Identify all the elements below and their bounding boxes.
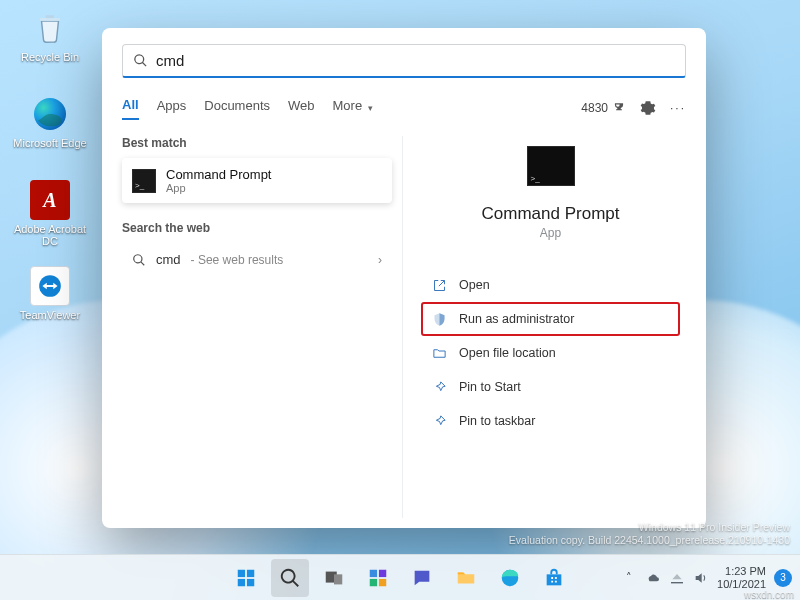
- recycle-bin-icon: [30, 8, 70, 48]
- widgets-icon: [367, 567, 389, 589]
- preview-actions: Open Run as administrator Open file loca…: [421, 268, 680, 438]
- search-icon: [279, 567, 301, 589]
- taskbar-search-button[interactable]: [271, 559, 309, 597]
- open-icon: [431, 277, 447, 293]
- command-prompt-icon: [132, 169, 156, 193]
- search-options-button[interactable]: [640, 100, 656, 116]
- search-icon: [133, 53, 148, 68]
- folder-icon: [455, 567, 477, 589]
- search-header-actions: 4830 ···: [581, 100, 686, 116]
- notification-center-button[interactable]: 3: [774, 569, 792, 587]
- svg-rect-4: [238, 578, 245, 585]
- preview-app-icon: [527, 146, 575, 186]
- shield-icon: [431, 311, 447, 327]
- action-pin-to-taskbar[interactable]: Pin to taskbar: [421, 404, 680, 438]
- action-open[interactable]: Open: [421, 268, 680, 302]
- preview-subtitle: App: [540, 226, 561, 240]
- svg-rect-11: [379, 578, 386, 585]
- tab-documents[interactable]: Documents: [204, 98, 270, 119]
- svg-rect-3: [247, 569, 254, 576]
- onedrive-icon[interactable]: [645, 570, 661, 586]
- search-input[interactable]: [156, 52, 675, 69]
- pin-icon: [431, 379, 447, 395]
- desktop-icon-label: Adobe Acrobat DC: [8, 223, 92, 247]
- more-options-button[interactable]: ···: [670, 101, 686, 115]
- search-box[interactable]: [122, 44, 686, 78]
- result-command-prompt[interactable]: Command Prompt App: [122, 158, 392, 203]
- best-match-label: Best match: [122, 136, 392, 150]
- search-tabs: All Apps Documents Web More ▾ 4830 ···: [122, 94, 686, 122]
- action-run-as-administrator[interactable]: Run as administrator: [421, 302, 680, 336]
- edge-icon: [30, 94, 70, 134]
- tab-all[interactable]: All: [122, 97, 139, 120]
- desktop-icons: Recycle Bin Microsoft Edge A Adobe Acrob…: [8, 8, 92, 338]
- result-title: Command Prompt: [166, 167, 271, 182]
- file-explorer-button[interactable]: [447, 559, 485, 597]
- teamviewer-icon: [30, 266, 70, 306]
- windows-watermark: Windows 11 Pro Insider Preview Evaluatio…: [509, 521, 790, 548]
- pin-icon: [431, 413, 447, 429]
- edge-button[interactable]: [491, 559, 529, 597]
- web-result-cmd[interactable]: cmd - See web results ›: [122, 243, 392, 276]
- web-result-term: cmd: [156, 252, 181, 267]
- task-view-icon: [323, 567, 345, 589]
- folder-icon: [431, 345, 447, 361]
- desktop-icon-adobe[interactable]: A Adobe Acrobat DC: [8, 180, 92, 252]
- system-tray: ˄ 1:23 PM 10/1/2021 3: [621, 565, 792, 590]
- desktop-icon-edge[interactable]: Microsoft Edge: [8, 94, 92, 166]
- search-icon: [132, 253, 146, 267]
- desktop-icon-label: TeamViewer: [20, 309, 80, 321]
- preview-column: Command Prompt App Open Run as administr…: [402, 136, 686, 518]
- svg-rect-8: [370, 569, 377, 576]
- svg-rect-9: [379, 569, 386, 576]
- taskbar: ˄ 1:23 PM 10/1/2021 3: [0, 554, 800, 600]
- tab-more[interactable]: More: [333, 98, 363, 119]
- results-column: Best match Command Prompt App Search the…: [122, 136, 392, 518]
- chat-icon: [411, 567, 433, 589]
- tab-web[interactable]: Web: [288, 98, 315, 119]
- tray-overflow-button[interactable]: ˄: [621, 570, 637, 586]
- search-panel: All Apps Documents Web More ▾ 4830 ··· B…: [102, 28, 706, 528]
- svg-rect-2: [238, 569, 245, 576]
- edge-icon: [499, 567, 521, 589]
- adobe-icon: A: [30, 180, 70, 220]
- chat-button[interactable]: [403, 559, 441, 597]
- chevron-down-icon: ▾: [368, 103, 373, 113]
- chevron-right-icon: ›: [378, 253, 382, 267]
- rewards-points[interactable]: 4830: [581, 101, 626, 115]
- tab-apps[interactable]: Apps: [157, 98, 187, 119]
- desktop-icon-label: Recycle Bin: [21, 51, 79, 63]
- desktop-icon-recycle-bin[interactable]: Recycle Bin: [8, 8, 92, 80]
- task-view-button[interactable]: [315, 559, 353, 597]
- taskbar-clock[interactable]: 1:23 PM 10/1/2021: [717, 565, 766, 590]
- result-subtitle: App: [166, 182, 271, 194]
- search-web-label: Search the web: [122, 221, 392, 235]
- windows-logo-icon: [235, 567, 257, 589]
- preview-title: Command Prompt: [482, 204, 620, 224]
- gear-icon: [640, 100, 656, 116]
- web-result-suffix: - See web results: [191, 253, 284, 267]
- network-icon[interactable]: [669, 570, 685, 586]
- action-open-file-location[interactable]: Open file location: [421, 336, 680, 370]
- store-button[interactable]: [535, 559, 573, 597]
- taskbar-center: [227, 559, 573, 597]
- desktop-icon-teamviewer[interactable]: TeamViewer: [8, 266, 92, 338]
- volume-icon[interactable]: [693, 570, 709, 586]
- start-button[interactable]: [227, 559, 265, 597]
- svg-rect-5: [247, 578, 254, 585]
- svg-rect-7: [334, 574, 342, 584]
- widgets-button[interactable]: [359, 559, 397, 597]
- desktop-icon-label: Microsoft Edge: [13, 137, 86, 149]
- store-icon: [543, 567, 565, 589]
- action-pin-to-start[interactable]: Pin to Start: [421, 370, 680, 404]
- svg-rect-10: [370, 578, 377, 585]
- trophy-icon: [612, 101, 626, 115]
